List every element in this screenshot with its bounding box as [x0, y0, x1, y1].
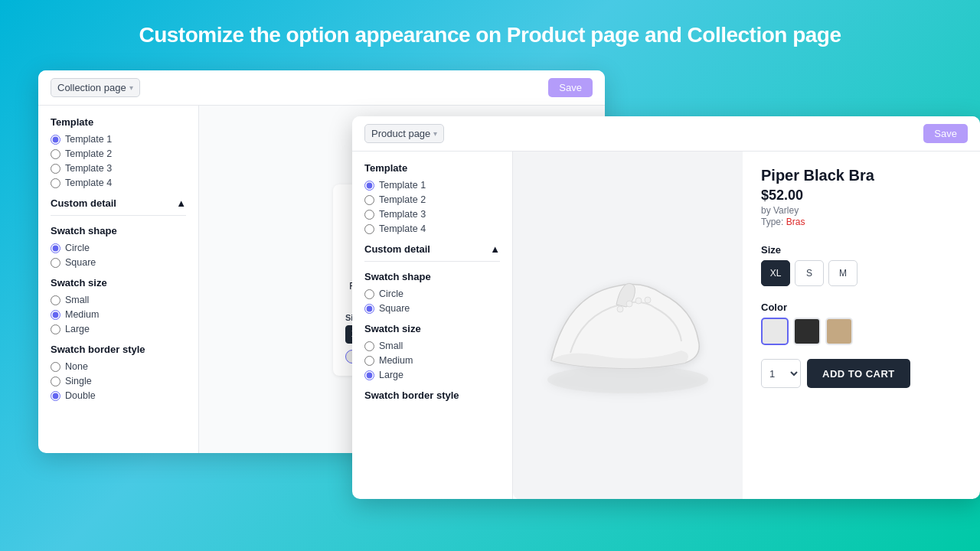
product-template-1[interactable]: Template 1 — [364, 180, 500, 191]
collection-template-1[interactable]: Template 1 — [51, 134, 186, 145]
product-page-dropdown[interactable]: Product page ▾ — [364, 124, 444, 143]
template-section-title: Template — [51, 116, 186, 128]
add-to-cart-button[interactable]: ADD TO CART — [807, 359, 910, 388]
chevron-up-icon: ▲ — [490, 243, 500, 255]
product-swatch-black[interactable] — [793, 318, 821, 345]
product-template-4[interactable]: Template 4 — [364, 223, 500, 234]
product-swatch-size-title: Swatch size — [364, 323, 500, 334]
product-save-button[interactable]: Save — [923, 124, 968, 143]
page-title: Customize the option appearance on Produ… — [139, 23, 841, 47]
panels-container: Collection page ▾ Save Template Template… — [38, 70, 942, 499]
custom-detail-section[interactable]: Custom detail ▲ — [51, 197, 186, 209]
collection-size-small[interactable]: Small — [51, 295, 186, 305]
product-shape-circle[interactable]: Circle — [364, 289, 500, 299]
collection-shape-square[interactable]: Square — [51, 257, 186, 268]
product-size-btn-m[interactable]: M — [828, 260, 858, 286]
product-swatch-white[interactable] — [761, 318, 789, 345]
product-detail-area: Piper Black Bra $52.00 by Varley Type: B… — [743, 152, 980, 499]
product-image-area — [513, 152, 743, 499]
collection-border-single[interactable]: Single — [51, 376, 186, 386]
product-sidebar: Template Template 1 Template 2 Template … — [352, 152, 513, 499]
collection-sidebar: Template Template 1 Template 2 Template … — [38, 106, 199, 453]
product-swatch-border-title: Swatch border style — [364, 390, 500, 401]
swatch-shape-section-title: Swatch shape — [51, 225, 186, 236]
product-panel-body: Template Template 1 Template 2 Template … — [352, 152, 980, 499]
collection-border-none[interactable]: None — [51, 361, 186, 372]
product-size-label: Size — [761, 244, 962, 256]
product-size-buttons: XL S M — [761, 260, 962, 286]
chevron-down-icon: ▾ — [433, 129, 437, 138]
product-dropdown-label: Product page — [371, 128, 430, 139]
product-price: $52.00 — [761, 187, 962, 204]
product-size-small[interactable]: Small — [364, 341, 500, 351]
collection-template-2[interactable]: Template 2 — [51, 148, 186, 159]
product-size-btn-xl[interactable]: XL — [761, 260, 790, 286]
svg-point-7 — [635, 298, 642, 304]
collection-size-medium[interactable]: Medium — [51, 309, 186, 320]
collection-shape-circle[interactable]: Circle — [51, 243, 186, 253]
product-panel: Product page ▾ Save Template Template 1 … — [352, 116, 980, 499]
product-color-label: Color — [761, 302, 962, 313]
chevron-up-icon: ▲ — [176, 197, 186, 209]
product-brand: by Varley — [761, 205, 962, 216]
collection-template-3[interactable]: Template 3 — [51, 163, 186, 174]
product-size-btn-s[interactable]: S — [795, 260, 824, 286]
product-swatch-tan[interactable] — [825, 318, 853, 345]
svg-point-4 — [547, 366, 708, 393]
product-template-2[interactable]: Template 2 — [364, 194, 500, 205]
chevron-down-icon: ▾ — [129, 83, 133, 92]
product-type-link[interactable]: Bras — [786, 217, 805, 227]
product-size-large[interactable]: Large — [364, 370, 500, 380]
swatch-border-section-title: Swatch border style — [51, 344, 186, 355]
svg-point-6 — [626, 301, 632, 307]
product-size-medium[interactable]: Medium — [364, 355, 500, 366]
collection-panel-header: Collection page ▾ Save — [38, 70, 605, 106]
product-color-swatches — [761, 318, 962, 345]
collection-size-large[interactable]: Large — [51, 324, 186, 334]
product-name: Piper Black Bra — [761, 167, 962, 184]
product-type: Type: Bras — [761, 217, 962, 227]
swatch-size-section-title: Swatch size — [51, 277, 186, 289]
collection-save-button[interactable]: Save — [548, 78, 593, 97]
quantity-select[interactable]: 1 2 3 — [761, 359, 801, 388]
collection-template-4[interactable]: Template 4 — [51, 178, 186, 188]
collection-dropdown-label: Collection page — [57, 82, 126, 93]
product-panel-header: Product page ▾ Save — [352, 116, 980, 152]
svg-point-5 — [617, 306, 623, 312]
product-template-3[interactable]: Template 3 — [364, 209, 500, 220]
collection-page-dropdown[interactable]: Collection page ▾ — [51, 78, 140, 97]
product-custom-detail-section[interactable]: Custom detail ▲ — [364, 243, 500, 255]
add-to-cart-row: 1 2 3 ADD TO CART — [761, 359, 962, 388]
svg-point-8 — [645, 297, 651, 303]
collection-border-double[interactable]: Double — [51, 390, 186, 401]
product-template-title: Template — [364, 162, 500, 174]
product-shape-square[interactable]: Square — [364, 303, 500, 314]
product-swatch-shape-title: Swatch shape — [364, 271, 500, 282]
